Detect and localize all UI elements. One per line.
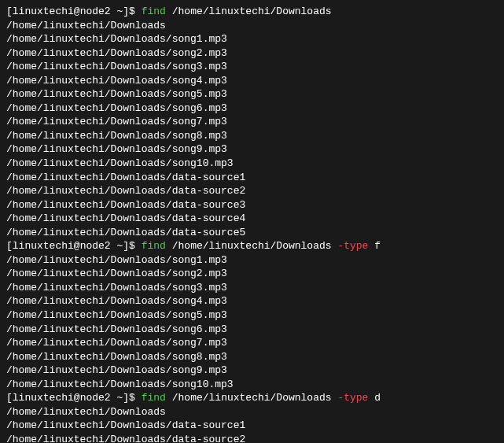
output-line: /home/linuxtechi/Downloads/data-source4 xyxy=(6,212,498,226)
prompt-symbol: $ xyxy=(129,392,135,404)
command-flag-value: f xyxy=(374,240,381,252)
output-line: /home/linuxtechi/Downloads xyxy=(6,405,498,419)
command-line: [linuxtechi@node2 ~]$ find /home/linuxte… xyxy=(6,391,498,405)
prompt-user-host: linuxtechi@node2 xyxy=(13,392,111,404)
output-line: /home/linuxtechi/Downloads/song8.mp3 xyxy=(6,129,498,143)
command-arg: /home/linuxtechi/Downloads xyxy=(172,392,332,404)
command-line: [linuxtechi@node2 ~]$ find /home/linuxte… xyxy=(6,5,498,19)
output-line: /home/linuxtechi/Downloads/song5.mp3 xyxy=(6,87,498,102)
output-line: /home/linuxtechi/Downloads/song6.mp3 xyxy=(6,102,498,116)
output-line: /home/linuxtechi/Downloads/song7.mp3 xyxy=(6,115,498,129)
output-line: /home/linuxtechi/Downloads/song9.mp3 xyxy=(6,142,498,157)
command-arg: /home/linuxtechi/Downloads xyxy=(172,6,332,17)
output-line: /home/linuxtechi/Downloads/data-source2 xyxy=(6,433,498,443)
output-line: /home/linuxtechi/Downloads/song10.mp3 xyxy=(6,157,498,171)
output-line: /home/linuxtechi/Downloads/data-source1 xyxy=(6,171,498,185)
command-arg: /home/linuxtechi/Downloads xyxy=(172,240,332,252)
output-line: /home/linuxtechi/Downloads/data-source3 xyxy=(6,198,498,212)
output-line: /home/linuxtechi/Downloads/song9.mp3 xyxy=(6,364,498,378)
command-flag-value: d xyxy=(374,392,381,404)
terminal-window[interactable]: [linuxtechi@node2 ~]$ find /home/linuxte… xyxy=(6,5,498,443)
command-name: find xyxy=(142,6,166,17)
output-line: /home/linuxtechi/Downloads/data-source1 xyxy=(6,419,498,433)
prompt-bracket-close: ] xyxy=(123,392,129,404)
output-line: /home/linuxtechi/Downloads/song1.mp3 xyxy=(6,253,498,268)
output-line: /home/linuxtechi/Downloads/song5.mp3 xyxy=(6,308,498,323)
prompt-user-host: linuxtechi@node2 xyxy=(13,240,111,252)
command-line: [linuxtechi@node2 ~]$ find /home/linuxte… xyxy=(6,239,498,253)
output-line: /home/linuxtechi/Downloads/song4.mp3 xyxy=(6,294,498,308)
prompt-bracket-close: ] xyxy=(123,6,129,17)
output-line: /home/linuxtechi/Downloads/song10.mp3 xyxy=(6,378,498,392)
output-line: /home/linuxtechi/Downloads/song3.mp3 xyxy=(6,281,498,295)
output-line: /home/linuxtechi/Downloads/song4.mp3 xyxy=(6,74,498,88)
output-line: /home/linuxtechi/Downloads/data-source2 xyxy=(6,184,498,198)
command-name: find xyxy=(142,240,166,252)
output-line: /home/linuxtechi/Downloads xyxy=(6,19,498,33)
command-name: find xyxy=(142,392,166,404)
output-line: /home/linuxtechi/Downloads/song6.mp3 xyxy=(6,323,498,337)
command-flag: -type xyxy=(337,392,368,404)
command-flag: -type xyxy=(337,240,368,252)
output-line: /home/linuxtechi/Downloads/song7.mp3 xyxy=(6,336,498,350)
output-line: /home/linuxtechi/Downloads/song2.mp3 xyxy=(6,46,498,61)
prompt-bracket-close: ] xyxy=(123,240,129,252)
output-line: /home/linuxtechi/Downloads/song2.mp3 xyxy=(6,267,498,281)
prompt-bracket-open: [ xyxy=(6,392,13,404)
prompt-bracket-open: [ xyxy=(6,240,13,252)
output-line: /home/linuxtechi/Downloads/song8.mp3 xyxy=(6,350,498,364)
prompt-symbol: $ xyxy=(129,6,135,17)
prompt-user-host: linuxtechi@node2 xyxy=(13,6,111,17)
output-line: /home/linuxtechi/Downloads/song1.mp3 xyxy=(6,32,498,46)
prompt-symbol: $ xyxy=(129,240,135,252)
prompt-bracket-open: [ xyxy=(6,6,13,17)
output-line: /home/linuxtechi/Downloads/data-source5 xyxy=(6,226,498,240)
output-line: /home/linuxtechi/Downloads/song3.mp3 xyxy=(6,60,498,74)
